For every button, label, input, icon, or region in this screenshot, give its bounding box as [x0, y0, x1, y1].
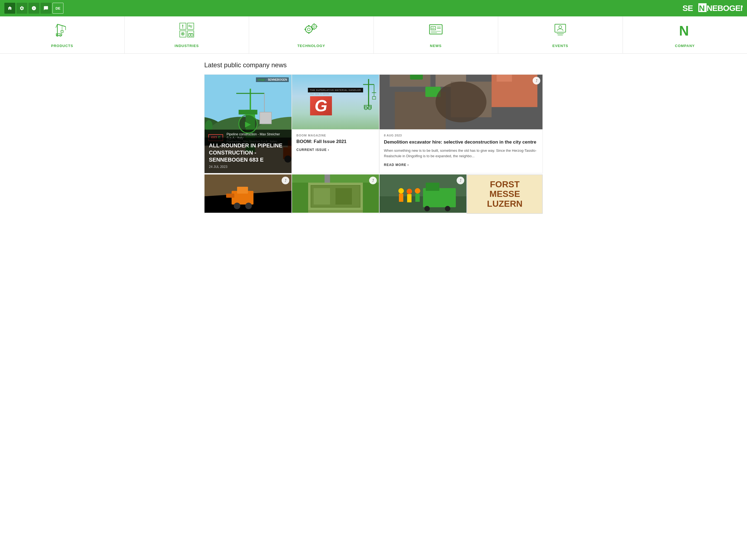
svg-point-43: [559, 26, 562, 28]
chat-button[interactable]: [41, 3, 51, 14]
cat-item-technology[interactable]: TECHNOLOGY: [249, 17, 374, 53]
news-icon: </>: [428, 22, 444, 41]
technology-icon: [303, 22, 319, 41]
cat-item-news[interactable]: </> NEWS: [374, 17, 498, 53]
svg-point-19: [182, 33, 183, 34]
svg-rect-29: [305, 29, 306, 30]
demolition-card[interactable]: ⤴ 8 AUG 2023 Demolition excavator hire: …: [379, 74, 543, 173]
page-wrapper: DE SE N NEBOGEN: [0, 0, 747, 560]
industries-label: INDUSTRIES: [175, 44, 199, 48]
svg-point-23: [306, 26, 312, 32]
espi-logo: ●espi / SENNEBOGEN: [256, 77, 289, 82]
bc1-share-icon[interactable]: ⤴: [282, 177, 289, 184]
svg-rect-31: [314, 24, 315, 24]
events-icon: [552, 22, 568, 41]
svg-rect-34: [316, 26, 317, 27]
demo-title: Demolition excavator hire: selective dec…: [384, 139, 538, 145]
svg-point-110: [398, 188, 404, 194]
svg-rect-72: [239, 110, 258, 114]
svg-line-5: [57, 24, 66, 27]
svg-point-26: [313, 26, 315, 28]
video-card-footer: ALL-ROUNDER IN PIPELINE CONSTRUCTION - S…: [205, 137, 291, 173]
svg-point-21: [190, 34, 193, 36]
top-navigation: DE SE N NEBOGEN: [0, 0, 747, 17]
svg-rect-65: [496, 75, 512, 82]
logo-svg: SE N NEBOGEN: [682, 3, 743, 13]
svg-rect-28: [308, 32, 310, 34]
industries-icon: [179, 22, 195, 41]
cat-item-company[interactable]: N COMPANY: [623, 17, 747, 53]
boom-category: BOOM MAGAZINE: [297, 134, 375, 137]
svg-point-25: [312, 24, 317, 29]
svg-rect-107: [426, 183, 439, 191]
nav-left-group: DE: [4, 3, 63, 14]
demo-cta-link[interactable]: READ MORE ›: [384, 163, 409, 167]
bottom-card-1-image: ⤴: [205, 175, 291, 213]
demo-share-icon[interactable]: ⤴: [533, 77, 540, 84]
bottom-card-2[interactable]: ⤴: [292, 175, 379, 214]
svg-rect-30: [312, 29, 313, 30]
forst-messe-text: FORST MESSE LUZERN: [487, 180, 522, 209]
svg-text:N: N: [699, 4, 705, 12]
bottom-card-4-image: FORST MESSE LUZERN: [467, 175, 542, 213]
svg-text:N: N: [679, 23, 689, 38]
language-button[interactable]: DE: [52, 3, 63, 14]
boom-gseries-text: Our new G-series: [308, 93, 363, 95]
svg-point-20: [188, 34, 191, 36]
play-button[interactable]: ▶: [238, 114, 258, 133]
company-icon: N: [677, 22, 693, 41]
boom-cta-link[interactable]: CURRENT ISSUE ›: [297, 148, 329, 152]
svg-point-114: [415, 188, 420, 194]
svg-rect-14: [187, 23, 194, 29]
boom-title: BOOM: Fall Issue 2021: [297, 138, 375, 145]
boom-banner-text: THE SUPERLATIVE MATERIAL HANDLER: [308, 88, 363, 93]
svg-rect-111: [399, 194, 403, 202]
boom-magazine-card[interactable]: THE SUPERLATIVE MATERIAL HANDLER Our new…: [292, 74, 379, 173]
cat-item-products[interactable]: PRODUCTS: [0, 17, 125, 53]
svg-text:SE: SE: [682, 4, 693, 12]
news-grid-bottom: ⤴: [204, 175, 543, 214]
bottom-card-3[interactable]: ⤴: [379, 175, 467, 214]
bottom-card-4[interactable]: FORST MESSE LUZERN: [467, 175, 543, 214]
svg-rect-62: [410, 75, 423, 80]
brand-logo[interactable]: SE N NEBOGEN: [682, 3, 743, 13]
company-label: COMPANY: [675, 44, 695, 48]
boom-card-body: BOOM MAGAZINE BOOM: Fall Issue 2021 CURR…: [292, 129, 379, 156]
products-label: PRODUCTS: [51, 44, 73, 48]
video-card-date: 24 JUL 2023: [209, 165, 287, 169]
info-button[interactable]: [28, 3, 40, 14]
cat-item-industries[interactable]: INDUSTRIES: [125, 17, 249, 53]
bc2-share-icon[interactable]: ⤴: [369, 177, 377, 184]
svg-rect-33: [311, 26, 312, 27]
demo-card-body: 8 AUG 2023 Demolition excavator hire: se…: [380, 129, 542, 171]
svg-point-93: [245, 203, 252, 209]
news-grid-top: THE SUPERLATIVE MATERIAL HANDLER Our new…: [204, 74, 543, 173]
svg-rect-94: [226, 194, 234, 198]
svg-rect-52: [372, 97, 376, 99]
video-card[interactable]: ●espi / SENNEBOGEN 683 E Pipeline constr…: [204, 74, 292, 173]
svg-rect-32: [314, 29, 315, 29]
svg-point-92: [234, 203, 240, 209]
svg-rect-91: [237, 187, 248, 194]
svg-point-24: [308, 28, 310, 31]
section-title: Latest public company news: [204, 61, 543, 69]
svg-point-112: [407, 189, 412, 194]
cat-item-events[interactable]: EVENTS: [498, 17, 623, 53]
settings-button[interactable]: [17, 3, 27, 14]
bc3-share-icon[interactable]: ⤴: [457, 177, 464, 184]
video-card-image: ●espi / SENNEBOGEN 683 E Pipeline constr…: [205, 75, 291, 173]
home-button[interactable]: [4, 3, 15, 14]
svg-rect-76: [260, 112, 272, 124]
bottom-card-1[interactable]: ⤴: [204, 175, 292, 214]
bottom-card-3-image: ⤴: [380, 175, 466, 213]
svg-rect-115: [415, 194, 420, 202]
svg-rect-98: [314, 188, 330, 205]
svg-rect-103: [325, 175, 330, 183]
svg-point-108: [424, 206, 430, 211]
svg-point-63: [436, 82, 486, 123]
svg-rect-113: [407, 194, 412, 202]
svg-text:NEBOGEN: NEBOGEN: [706, 4, 743, 12]
video-card-title: ALL-ROUNDER IN PIPELINE CONSTRUCTION - S…: [209, 142, 287, 163]
news-label: NEWS: [430, 44, 442, 48]
svg-rect-9: [61, 31, 63, 32]
